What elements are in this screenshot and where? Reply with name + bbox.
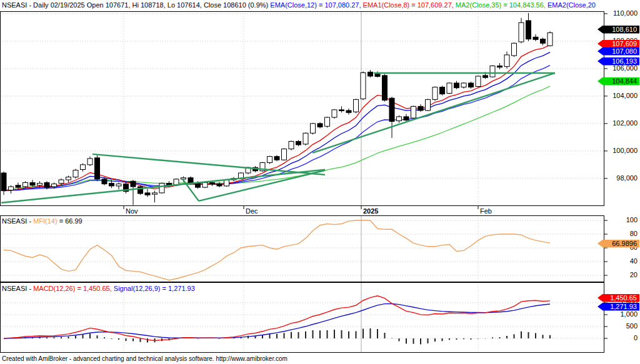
candle-down (318, 124, 322, 127)
candle-up (38, 184, 42, 185)
candle-up (152, 193, 158, 194)
title-segment: MA2(Close,35) = 104,843.56, (456, 1, 548, 9)
candle-up (88, 159, 92, 165)
candle-down (274, 157, 279, 160)
value-tag: 104,844 (598, 77, 639, 86)
value-tag: 1,450.65 (598, 294, 639, 302)
mfi-panel[interactable] (0, 215, 604, 282)
candle-up (447, 83, 452, 93)
candle-up (73, 170, 78, 177)
panel-border (1, 283, 604, 353)
indicator-line (4, 45, 550, 191)
mfi-title-segment: NSEASI - (2, 217, 33, 225)
x-axis-month-label: Feb (480, 207, 492, 215)
candle-up (282, 149, 287, 160)
y-axis-label: 100 (605, 216, 638, 224)
macd-pane-title: NSEASI - MACD(12,26) = 1,450.65, Signal(… (2, 285, 195, 292)
candle-down (131, 181, 136, 187)
candle-up (66, 177, 71, 180)
y-axis-label: 98,000 (605, 174, 638, 182)
candle-up (490, 66, 495, 77)
value-tag: 66.9896 (598, 240, 639, 248)
candle-down (16, 185, 21, 187)
candle-down (339, 110, 344, 111)
candle-up (504, 55, 509, 67)
x-axis-month-label: 2025 (363, 207, 378, 215)
candle-down (217, 184, 222, 186)
candle-down (368, 72, 373, 76)
candle-up (268, 157, 272, 163)
candle-down (526, 21, 531, 39)
value-tag: 107,080 (598, 47, 639, 56)
candle-down (541, 39, 546, 44)
candle-down (102, 179, 107, 184)
macd-title-segment: Signal(12,26,9) = 1,271.93 (114, 285, 195, 292)
candle-up (311, 124, 316, 133)
candle-down (196, 184, 201, 188)
candle-down (483, 76, 488, 77)
candle-down (533, 37, 538, 39)
candle-up (116, 184, 121, 186)
candle-up (52, 184, 57, 187)
candle-up (9, 187, 14, 190)
chart-canvas[interactable] (0, 0, 640, 364)
indicator-line (4, 304, 550, 338)
macd-title-segment: NSEASI - (2, 285, 33, 292)
candle-down (389, 98, 394, 121)
candle-down (454, 83, 459, 88)
candle-down (440, 87, 445, 94)
candle-down (1, 173, 6, 191)
macd-title-segment: MACD(12,26) = 1,450.65, (33, 285, 114, 292)
candle-up (289, 141, 294, 149)
macd-panel[interactable] (0, 282, 604, 353)
candle-down (30, 182, 35, 185)
y-axis-label: 106,000 (605, 64, 638, 72)
candle-down (188, 178, 193, 184)
price-pane-title: NSEASI - Daily 02/19/2025 Open 107671, H… (2, 1, 596, 9)
trendline[interactable] (92, 154, 325, 175)
y-axis-label: 110,000 (605, 9, 638, 17)
value-tag: 108,610 (598, 26, 639, 34)
candle-down (498, 66, 502, 67)
candle-up (332, 110, 337, 117)
candle-up (81, 165, 86, 170)
candle-down (109, 184, 114, 186)
mfi-title-segment: MFI(14) (33, 217, 58, 225)
y-axis-label: 20 (605, 271, 638, 278)
candle-up (476, 76, 481, 86)
candle-up (224, 180, 229, 186)
candle-up (23, 182, 28, 187)
value-tag: 106,193 (598, 57, 639, 66)
y-axis-label: 104,000 (605, 92, 638, 99)
candle-down (145, 193, 150, 195)
candle-down (469, 83, 474, 87)
candle-up (426, 99, 431, 111)
candle-down (210, 182, 215, 184)
price-panel[interactable] (0, 11, 604, 206)
y-axis-label: 1,000 (605, 310, 638, 318)
candle-up (354, 99, 359, 112)
y-axis-label: 0 (605, 334, 638, 342)
candle-up (202, 182, 208, 187)
candle-up (325, 117, 330, 126)
mfi-pane-title: NSEASI - MFI(14) = 66.99 (2, 217, 82, 225)
candle-down (296, 141, 301, 144)
y-axis-label: 500 (605, 322, 638, 330)
title-segment: EMA(Close,12) = 107,080.27, (270, 1, 362, 9)
candle-down (44, 182, 49, 187)
y-axis-label: 102,000 (605, 119, 638, 127)
candle-up (59, 180, 64, 183)
y-axis-label: 80 (605, 230, 638, 237)
mfi-title-segment: = 66.99 (58, 217, 82, 225)
x-axis-month-label: Nov (126, 207, 138, 215)
y-axis-label: 40 (605, 257, 638, 265)
value-tag: 1,271.93 (598, 303, 639, 311)
candle-up (461, 83, 466, 87)
candle-up (432, 87, 438, 100)
candle-up (181, 178, 186, 179)
candle-up (411, 106, 416, 118)
candle-down (95, 158, 100, 179)
title-segment: EMA1(Close,8) = 107,609.27, (363, 1, 456, 9)
candle-down (404, 117, 409, 120)
candle-up (512, 43, 517, 56)
